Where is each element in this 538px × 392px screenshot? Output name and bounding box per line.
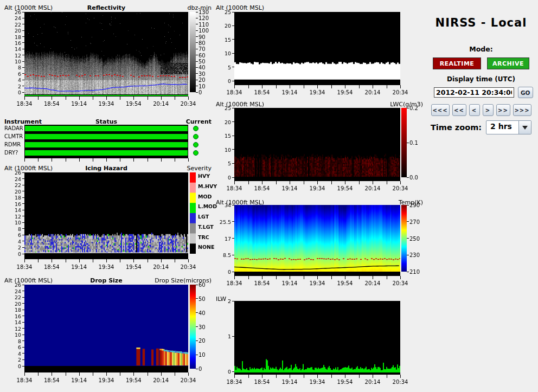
icing_hazard-y-tick-label: 2 (6, 245, 21, 250)
drop_size-x-tick (148, 372, 148, 376)
drop_size-cb-tick (196, 285, 198, 285)
temp-x-tick (248, 276, 249, 279)
drop_size-y-tick-label: 8 (6, 338, 21, 344)
nav-fast-forward-button[interactable]: >> (496, 104, 510, 116)
lwc-x-tick (234, 181, 235, 184)
reflectivity-x-tick (66, 97, 66, 100)
drop_size-x-tick (66, 372, 66, 376)
cloud_mask-y-tick (232, 12, 234, 12)
temp-cb-tick-label: 210 (409, 269, 420, 275)
reflectivity-y-tick-label: 16 (6, 40, 21, 46)
drop_size-x-tick-label: 19:34 (99, 377, 114, 383)
status-x-tick (133, 158, 134, 162)
drop_size-x-tick-label: 20:14 (153, 377, 169, 383)
cloud_mask-y-tick (232, 81, 234, 81)
realtime-button[interactable]: REALTIME (433, 57, 481, 69)
reflectivity-y-tick-label: 18 (6, 34, 21, 40)
display-time-input[interactable] (434, 87, 514, 98)
nav-forward-button[interactable]: > (483, 104, 494, 116)
reflectivity-x-tick-label: 19:34 (99, 101, 114, 107)
icing_hazard-x-tick (79, 259, 80, 262)
drop_size-y-tick (22, 340, 24, 341)
drop_size-x-tick-label: 19:14 (71, 377, 87, 383)
drop_size-cb-tick-label: 60 (198, 282, 206, 288)
icing_hazard-y-tick (22, 222, 24, 223)
icing_hazard-x-tick (93, 259, 93, 262)
nav-fast-back-button[interactable]: << (452, 104, 466, 116)
reflectivity-y-tick-label: 8 (6, 65, 21, 70)
cloud_mask-y-tick (232, 53, 234, 54)
drop_size-cb-tick (196, 355, 198, 355)
icing_hazard-y-tick (22, 178, 24, 179)
reflectivity-x-tick (148, 97, 148, 100)
temp-x-tick (304, 276, 304, 279)
ilw-x-tick-label: 19:14 (282, 379, 298, 385)
cloud_mask-x-tick (234, 85, 235, 88)
time-zoom-label: Time zoom: (431, 123, 482, 132)
temp-cb-tick (407, 255, 409, 255)
drop_size-y-tick-label: 24 (6, 288, 21, 294)
lwc-y-tick (232, 108, 234, 108)
drop_size-x-tick (133, 372, 134, 376)
cloud_mask-y-tick-label: 25 (216, 9, 231, 15)
instrument-label-clmtr: CLMTR (4, 133, 23, 139)
control-panel: NIRSS - Local Mode: REALTIME ARCHIVE Dis… (426, 0, 536, 146)
ilw-y-tick-label: 2 (216, 298, 231, 304)
temp-y-tick-label: 8.5 (216, 252, 231, 258)
reflectivity-cb-tick (196, 92, 198, 93)
status-x-tick (24, 158, 25, 162)
reflectivity-y-tick (22, 49, 24, 49)
icing_hazard-x-tick-label: 20:14 (153, 264, 169, 270)
drop_size-y-tick-label: 16 (6, 313, 21, 319)
cloud_mask-y-tick-label: 15 (216, 37, 231, 43)
nav-fastest-forward-button[interactable]: >>> (513, 104, 531, 116)
reflectivity-cb-tick-label: 100 (198, 28, 209, 34)
reflectivity-cb-tick-label: 0 (198, 89, 202, 95)
icing_hazard-x-tick-label: 18:34 (17, 264, 33, 270)
cloud_mask-x-tick (262, 85, 262, 88)
cloud_mask-y-tick-label: 20 (216, 23, 231, 29)
reflectivity-y-tick (22, 36, 24, 37)
ilw-x-tick (345, 375, 345, 378)
icing_hazard-colorbar (190, 172, 196, 254)
reflectivity-x-tick (24, 97, 25, 100)
icing_hazard-y-tick-label: 20 (6, 189, 21, 195)
archive-button[interactable]: ARCHIVE (487, 57, 529, 69)
temp-x-tick (359, 276, 360, 279)
nav-fastest-back-button[interactable]: <<< (431, 104, 450, 116)
lwc-cb-tick-label: 0.1 (409, 140, 418, 146)
reflectivity-cb-tick-label: 110 (198, 22, 209, 28)
reflectivity-x-tick (120, 97, 120, 100)
temp-x-tick-label: 19:54 (337, 280, 353, 286)
lwc-x-tick-label: 18:34 (227, 185, 242, 191)
cloud_mask-x-tick-label: 18:34 (227, 89, 242, 95)
ilw-y-tick (232, 371, 234, 372)
temp-x-tick (276, 276, 277, 279)
drop_size-y-tick-label: 6 (6, 344, 21, 350)
time-zoom-select[interactable]: 2 hrs (486, 120, 531, 134)
reflectivity-cb-tick-label: 40 (198, 65, 206, 70)
temp-plot (234, 205, 400, 276)
cloud_mask-y-tick (232, 39, 234, 40)
icing_hazard-y-tick-label: 18 (6, 195, 21, 201)
reflectivity-x-tick (52, 97, 52, 100)
nav-back-button[interactable]: < (469, 104, 480, 116)
reflectivity-cb-tick (196, 73, 198, 74)
reflectivity-colorbar (190, 12, 196, 92)
go-button[interactable]: GO (518, 87, 533, 98)
temp-cb-tick (407, 205, 409, 205)
icing_hazard-y-tick-label: 8 (6, 226, 21, 232)
ilw-x-tick (234, 375, 235, 378)
cloud_mask-x-tick (290, 85, 290, 88)
drop_size-cb-tick (196, 312, 198, 313)
drop_size-y-tick-label: 4 (6, 351, 21, 357)
ilw-x-tick (387, 375, 387, 378)
temp-x-tick-label: 18:54 (254, 280, 270, 286)
icing_hazard-y-tick (22, 203, 24, 204)
ilw-y-tick (232, 301, 234, 301)
cloud_mask-x-tick (248, 85, 249, 88)
ilw-x-tick-label: 20:34 (393, 379, 408, 385)
temp-x-tick (373, 276, 373, 279)
reflectivity-x-tick (79, 97, 80, 100)
drop_size-cb-tick-label: 20 (198, 338, 206, 344)
